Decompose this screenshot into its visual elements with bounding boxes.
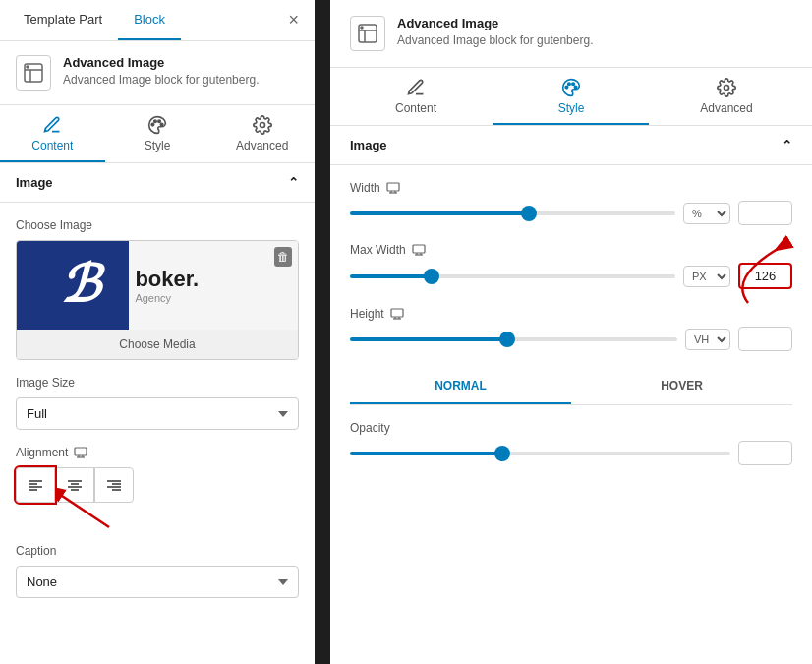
width-value-input[interactable] [738, 201, 792, 225]
content-tabs-left: Content Style Advanced [0, 105, 315, 163]
max-width-row: Max Width PX % VW [350, 243, 792, 289]
plugin-text-left: Advanced Image Advanced Image block for … [63, 55, 259, 89]
plugin-title-left: Advanced Image [63, 55, 259, 70]
delete-image-icon[interactable]: 🗑 [274, 247, 292, 267]
monitor-icon-width [386, 182, 400, 194]
monitor-icon-max-width [412, 244, 426, 256]
caption-select[interactable]: None Custom [16, 566, 299, 598]
svg-rect-34 [413, 245, 425, 253]
caption-label: Caption [16, 544, 299, 558]
b-letter: ℬ [60, 260, 100, 311]
chevron-up-icon-right: ⌃ [782, 138, 792, 152]
max-width-label: Max Width [350, 243, 792, 257]
tab-advanced-left[interactable]: Advanced [209, 105, 315, 162]
chevron-up-icon: ⌃ [288, 175, 299, 190]
agency-word: Agency [135, 292, 199, 304]
image-size-group: Image Size Full Large Medium Thumbnail [16, 376, 299, 430]
opacity-slider-row [350, 441, 792, 465]
height-slider-row: VH PX % [350, 327, 792, 351]
right-body: Width % PX VW [330, 165, 812, 664]
opacity-label: Opacity [350, 421, 792, 435]
svg-point-29 [725, 86, 729, 91]
image-size-select[interactable]: Full Large Medium Thumbnail [16, 397, 299, 430]
plugin-info-right: Advanced Image Advanced Image block for … [330, 0, 812, 68]
content-tabs-right: Content Style Advanced [330, 68, 812, 126]
svg-point-3 [154, 120, 157, 123]
svg-point-26 [568, 83, 571, 86]
tab-block[interactable]: Block [118, 0, 181, 40]
alignment-label: Alignment [16, 446, 299, 459]
height-unit-select[interactable]: VH PX % [685, 329, 730, 350]
logo-left-bg: ℬ [17, 241, 144, 330]
boker-text: boker. Agency [135, 267, 199, 304]
height-slider[interactable] [350, 331, 677, 348]
state-tabs: NORMAL HOVER [350, 369, 792, 405]
max-width-value-input[interactable] [738, 263, 792, 289]
svg-point-6 [260, 123, 264, 128]
plugin-info-left: Advanced Image Advanced Image block for … [0, 41, 315, 105]
plugin-icon-right [350, 16, 385, 51]
image-section-header-left: Image ⌃ [0, 163, 315, 203]
tab-style-left[interactable]: Style [105, 105, 210, 162]
tab-style-right[interactable]: Style [493, 68, 649, 125]
tab-template-part[interactable]: Template Part [8, 0, 118, 40]
height-label: Height [350, 307, 792, 321]
monitor-small-icon [74, 447, 87, 458]
plugin-desc-left: Advanced Image block for gutenberg. [63, 72, 259, 89]
max-width-unit-select[interactable]: PX % VW [683, 266, 730, 287]
svg-point-28 [574, 86, 577, 89]
plugin-text-right: Advanced Image Advanced Image block for … [397, 16, 593, 49]
tab-content-left[interactable]: Content [0, 105, 105, 162]
max-width-slider-row: PX % VW [350, 263, 792, 289]
tab-content-right[interactable]: Content [338, 68, 493, 125]
image-preview[interactable]: ℬ boker. Agency 🗑 [17, 241, 298, 330]
panel-header-tabs: Template Part Block × [0, 0, 315, 41]
choose-image-group: Choose Image ℬ boker. Agency 🗑 Choose Me… [16, 218, 299, 360]
logo-right-bg: boker. Agency [129, 241, 298, 330]
right-panel: Advanced Image Advanced Image block for … [330, 0, 812, 664]
svg-point-2 [151, 123, 154, 126]
image-size-label: Image Size [16, 376, 299, 390]
max-width-slider[interactable] [350, 268, 675, 285]
left-panel: Template Part Block × Advanced Image Adv… [0, 0, 315, 664]
width-slider-row: % PX VW [350, 201, 792, 225]
svg-rect-30 [387, 183, 399, 191]
height-row: Height VH PX % [350, 307, 792, 351]
svg-point-25 [565, 86, 568, 89]
image-section-header-right: Image ⌃ [330, 126, 812, 165]
svg-rect-7 [75, 448, 87, 455]
width-label: Width [350, 181, 792, 195]
svg-point-27 [572, 83, 575, 86]
plugin-icon-left [16, 55, 51, 91]
image-chooser: ℬ boker. Agency 🗑 Choose Media [16, 240, 299, 360]
choose-media-button[interactable]: Choose Media [17, 330, 298, 359]
opacity-row: Opacity [350, 421, 792, 465]
panel-body-left: Choose Image ℬ boker. Agency 🗑 Choose Me… [0, 203, 315, 664]
svg-point-5 [160, 123, 163, 126]
tab-advanced-right[interactable]: Advanced [649, 68, 804, 125]
width-slider[interactable] [350, 205, 675, 222]
alignment-group: Alignment [16, 446, 299, 503]
choose-image-label: Choose Image [16, 218, 299, 232]
svg-point-4 [158, 120, 161, 123]
svg-rect-38 [391, 309, 403, 317]
caption-group: Caption None Custom [16, 544, 299, 598]
height-value-input[interactable] [738, 327, 792, 351]
opacity-slider[interactable] [350, 445, 730, 462]
width-row: Width % PX VW [350, 181, 792, 225]
close-button[interactable]: × [280, 6, 307, 34]
tab-normal[interactable]: NORMAL [350, 369, 571, 404]
svg-point-24 [361, 27, 363, 29]
plugin-desc-right: Advanced Image block for gutenberg. [397, 32, 593, 49]
svg-point-1 [27, 66, 29, 68]
tab-hover[interactable]: HOVER [571, 369, 792, 404]
align-left-button[interactable] [16, 467, 55, 503]
plugin-title-right: Advanced Image [397, 16, 593, 30]
width-unit-select[interactable]: % PX VW [683, 203, 730, 224]
boker-word: boker. [135, 267, 199, 292]
opacity-value-input[interactable] [738, 441, 792, 465]
monitor-icon-height [390, 308, 404, 320]
center-divider [315, 0, 330, 664]
